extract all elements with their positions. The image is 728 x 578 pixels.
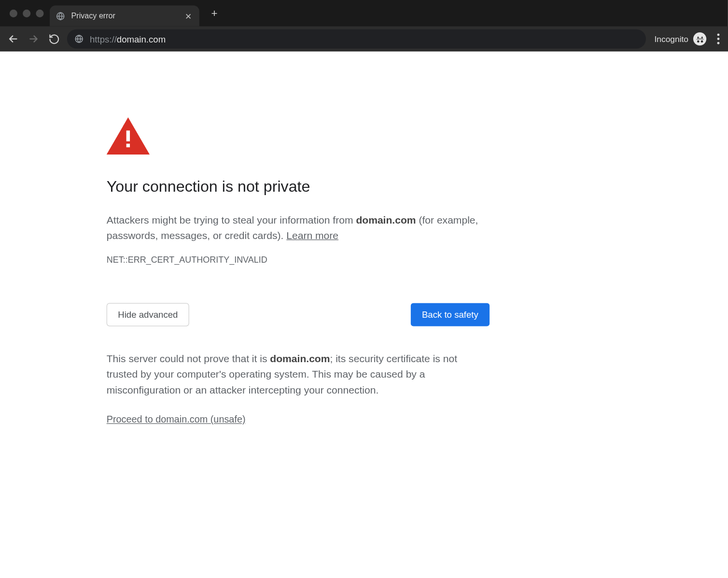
error-heading: Your connection is not private	[107, 177, 490, 196]
error-code: NET::ERR_CERT_AUTHORITY_INVALID	[107, 255, 490, 265]
back-to-safety-button[interactable]: Back to safety	[410, 303, 490, 326]
globe-icon	[56, 11, 65, 21]
omnibox[interactable]: https://domain.com	[67, 29, 646, 49]
close-tab-icon[interactable]: ✕	[184, 11, 194, 21]
browser-tab[interactable]: Privacy error ✕	[50, 5, 199, 26]
ssl-error-page: Your connection is not private Attackers…	[107, 117, 490, 425]
incognito-label: Incognito	[655, 34, 688, 44]
incognito-icon[interactable]	[693, 32, 706, 45]
browser-toolbar: https://domain.com Incognito	[0, 27, 728, 52]
new-tab-button[interactable]: +	[205, 4, 223, 22]
nav-forward-button[interactable]	[27, 32, 41, 46]
traffic-light-close[interactable]	[10, 9, 17, 17]
incognito-indicator: Incognito	[652, 32, 709, 45]
button-row: Hide advanced Back to safety	[107, 303, 490, 326]
traffic-light-minimize[interactable]	[23, 9, 30, 17]
reload-button[interactable]	[47, 32, 61, 46]
traffic-light-zoom[interactable]	[36, 9, 43, 17]
page-content: Your connection is not private Attackers…	[0, 52, 728, 425]
error-summary: Attackers might be trying to steal your …	[107, 212, 490, 244]
url-host: domain.com	[117, 34, 166, 44]
nav-back-button[interactable]	[6, 32, 20, 46]
proceed-unsafe-link[interactable]: Proceed to domain.com (unsafe)	[107, 414, 246, 425]
warning-triangle-icon	[107, 117, 490, 155]
site-info-icon[interactable]	[74, 34, 84, 44]
tab-title: Privacy error	[71, 12, 178, 21]
svg-rect-2	[126, 130, 130, 141]
tab-strip: Privacy error ✕ +	[0, 0, 728, 27]
svg-rect-3	[126, 144, 130, 147]
advanced-domain: domain.com	[270, 353, 330, 365]
url-text: https://domain.com	[90, 34, 166, 44]
browser-menu-button[interactable]	[715, 31, 722, 46]
window-controls	[5, 9, 50, 17]
learn-more-link[interactable]: Learn more	[286, 230, 338, 242]
browser-chrome: Privacy error ✕ + https://domain.com	[0, 0, 728, 52]
hide-advanced-button[interactable]: Hide advanced	[107, 303, 189, 326]
error-domain: domain.com	[356, 214, 416, 226]
url-scheme: https://	[90, 34, 117, 44]
advanced-details: This server could not prove that it is d…	[107, 351, 490, 398]
